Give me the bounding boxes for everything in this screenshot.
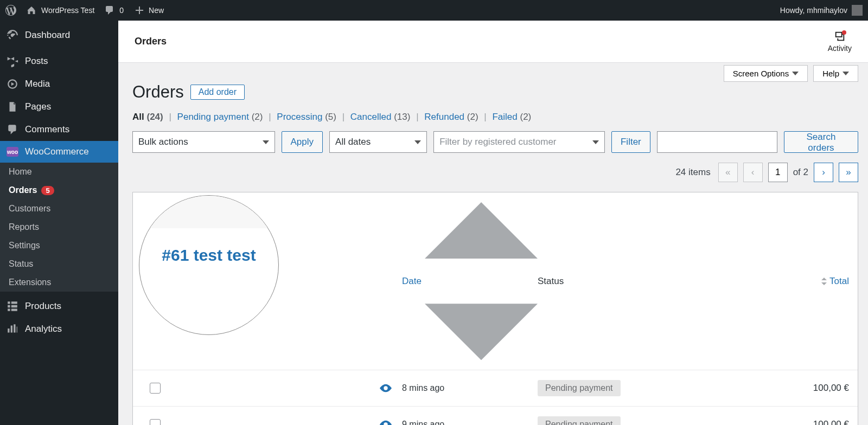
chevron-down-icon (592, 140, 599, 144)
menu-label: Posts (25, 56, 48, 67)
screen-options-tab[interactable]: Screen Options (724, 65, 808, 82)
avatar-icon (852, 5, 863, 16)
filter-failed[interactable]: Failed (492, 112, 517, 122)
menu-posts[interactable]: Posts (0, 50, 118, 73)
woo-submenu: Home Orders 5 Customers Reports Settings… (0, 163, 118, 292)
menu-pages[interactable]: Pages (0, 95, 118, 118)
preview-button[interactable] (369, 384, 402, 392)
filter-refunded[interactable]: Refunded (424, 112, 464, 122)
page-title: Orders (135, 36, 167, 47)
first-page-button[interactable]: « (718, 163, 738, 182)
chevron-down-icon (263, 140, 269, 144)
menu-label: Pages (25, 101, 51, 112)
sort-icon (425, 202, 538, 360)
new-link[interactable]: New (133, 5, 164, 16)
submenu-reports[interactable]: Reports (0, 218, 118, 236)
order-date: 9 mins ago (402, 420, 538, 425)
menu-label: WooCommerce (25, 146, 89, 157)
menu-analytics[interactable]: Analytics (0, 318, 118, 340)
items-count: 24 items (675, 167, 710, 178)
comments-link[interactable]: 0 (104, 5, 124, 16)
menu-label: Media (25, 79, 50, 89)
search-input[interactable] (657, 131, 777, 153)
comments-count: 0 (119, 6, 124, 15)
search-orders-button[interactable]: Search orders (784, 131, 858, 153)
submenu-customers[interactable]: Customers (0, 199, 118, 218)
prev-page-button[interactable]: ‹ (743, 163, 763, 182)
activity-button[interactable]: Activity (828, 30, 852, 53)
status-badge: Pending payment (538, 380, 621, 396)
orders-badge: 5 (41, 186, 54, 195)
filter-button[interactable]: Filter (611, 131, 650, 153)
admin-sidebar: Dashboard Posts Media Pages Comments woo… (0, 21, 118, 425)
menu-label: Analytics (25, 324, 62, 334)
activity-label: Activity (828, 44, 852, 53)
status-filters: All (24) | Pending payment (2) | Process… (132, 112, 858, 123)
col-status: Status (538, 276, 755, 287)
submenu-status[interactable]: Status (0, 255, 118, 273)
current-page-input[interactable] (768, 163, 788, 182)
table-row: 8 mins ago Pending payment 100,00 € (133, 370, 858, 407)
next-page-button[interactable]: › (814, 163, 833, 182)
date-filter-select[interactable]: All dates (329, 131, 427, 153)
howdy-text: Howdy, mhmihaylov (780, 6, 847, 15)
site-home[interactable]: WordPress Test (26, 5, 94, 16)
bulk-actions-select[interactable]: Bulk actions (132, 131, 275, 153)
activity-dot-icon (842, 30, 846, 35)
submenu-settings[interactable]: Settings (0, 236, 118, 255)
order-total: 100,00 € (755, 419, 849, 425)
add-order-button[interactable]: Add order (190, 85, 245, 100)
site-name: WordPress Test (41, 6, 94, 15)
table-row: 9 mins ago Pending payment 100,00 € (133, 407, 858, 425)
chevron-down-icon (843, 72, 849, 75)
menu-products[interactable]: Products (0, 295, 118, 318)
screen-tabs: Screen Options Help (724, 65, 858, 82)
customer-filter-select[interactable]: Filter by registered customer (433, 131, 605, 153)
filter-cancelled[interactable]: Cancelled (350, 112, 392, 122)
menu-comments[interactable]: Comments (0, 118, 118, 141)
col-date[interactable]: Date (402, 202, 538, 360)
menu-label: Comments (25, 124, 69, 135)
apply-button[interactable]: Apply (282, 131, 323, 153)
menu-woocommerce[interactable]: woo WooCommerce (0, 141, 118, 163)
page-header: Orders Activity (118, 21, 868, 63)
pagination: 24 items « ‹ of 2 › » (132, 163, 858, 182)
row-checkbox[interactable] (150, 383, 161, 394)
filter-pending[interactable]: Pending payment (177, 112, 249, 122)
menu-label: Dashboard (25, 30, 70, 41)
new-label: New (149, 6, 164, 15)
filter-all[interactable]: All (24) (132, 112, 163, 122)
row-checkbox[interactable] (150, 419, 161, 425)
wp-logo[interactable] (5, 5, 16, 16)
menu-dashboard[interactable]: Dashboard (0, 24, 118, 47)
chevron-down-icon (792, 72, 799, 75)
help-tab[interactable]: Help (813, 65, 858, 82)
submenu-home[interactable]: Home (0, 163, 118, 181)
col-total[interactable]: Total (755, 276, 849, 287)
status-badge: Pending payment (538, 416, 621, 425)
submenu-orders[interactable]: Orders 5 (0, 181, 118, 199)
magnifier-overlay: #61 test test (139, 195, 279, 335)
orders-heading: Orders (132, 82, 184, 102)
last-page-button[interactable]: » (839, 163, 858, 182)
menu-label: Products (25, 301, 61, 312)
account-menu[interactable]: Howdy, mhmihaylov (780, 5, 863, 16)
admin-bar: WordPress Test 0 New Howdy, mhmihaylov (0, 0, 868, 21)
svg-rect-0 (835, 33, 841, 37)
order-date: 8 mins ago (402, 383, 538, 393)
sort-icon (821, 278, 827, 285)
filter-processing[interactable]: Processing (277, 112, 322, 122)
order-total: 100,00 € (755, 383, 849, 394)
page-of-label: of 2 (793, 167, 808, 178)
preview-button[interactable] (369, 420, 402, 425)
submenu-extensions[interactable]: Extensions (0, 273, 118, 292)
magnified-order-text: #61 test test (162, 246, 256, 265)
chevron-down-icon (414, 140, 421, 144)
menu-media[interactable]: Media (0, 73, 118, 95)
woo-icon: woo (7, 147, 18, 157)
